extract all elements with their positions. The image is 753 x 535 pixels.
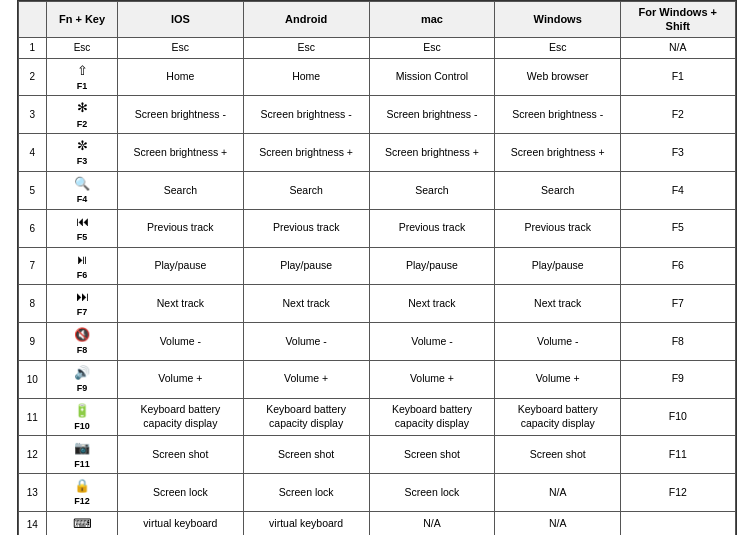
- row-number: 1: [18, 37, 47, 58]
- header-fn-key: Fn + Key: [47, 2, 118, 38]
- cell-ios: Volume +: [117, 360, 243, 398]
- row-number: 7: [18, 247, 47, 285]
- cell-mac: N/A: [369, 511, 495, 535]
- cell-ios: Esc: [117, 37, 243, 58]
- cell-mac: Previous track: [369, 209, 495, 247]
- cell-windows: Screen brightness +: [495, 134, 621, 172]
- header-num: [18, 2, 47, 38]
- cell-android: Volume -: [243, 323, 369, 361]
- cell-ios: Screen lock: [117, 474, 243, 512]
- fn-icon: 📷: [51, 439, 113, 457]
- cell-android: Screen brightness -: [243, 96, 369, 134]
- cell-mac: Mission Control: [369, 58, 495, 96]
- cell-mac: Next track: [369, 285, 495, 323]
- fn-label: F9: [51, 382, 113, 395]
- cell-android: Keyboard battery capacity display: [243, 398, 369, 436]
- header-windows: Windows: [495, 2, 621, 38]
- table-row: 7⏯F6Play/pausePlay/pausePlay/pausePlay/p…: [18, 247, 735, 285]
- header-shift: For Windows + Shift: [621, 2, 735, 38]
- fn-label: F2: [51, 118, 113, 131]
- fn-key-cell: 🔊F9: [47, 360, 118, 398]
- keyboard-reference-table: Fn + Key IOS Android mac Windows For Win…: [17, 0, 737, 535]
- cell-shift: [621, 511, 735, 535]
- table-row: 10🔊F9Volume +Volume +Volume +Volume +F9: [18, 360, 735, 398]
- table-row: 13🔒F12Screen lockScreen lockScreen lockN…: [18, 474, 735, 512]
- cell-shift: F12: [621, 474, 735, 512]
- fn-label: F8: [51, 344, 113, 357]
- cell-ios: Screen brightness +: [117, 134, 243, 172]
- cell-mac: Screen shot: [369, 436, 495, 474]
- fn-key-cell: ⏯F6: [47, 247, 118, 285]
- fn-icon: 🔊: [51, 364, 113, 382]
- fn-label: F4: [51, 193, 113, 206]
- fn-icon: ✻: [51, 99, 113, 117]
- fn-key-cell: Esc: [47, 37, 118, 58]
- cell-ios: Play/pause: [117, 247, 243, 285]
- row-number: 2: [18, 58, 47, 96]
- cell-ios: Home: [117, 58, 243, 96]
- cell-windows: Keyboard battery capacity display: [495, 398, 621, 436]
- fn-key-cell: 🔋F10: [47, 398, 118, 436]
- cell-windows: Search: [495, 171, 621, 209]
- cell-shift: F2: [621, 96, 735, 134]
- table-row: 8⏭F7Next trackNext trackNext trackNext t…: [18, 285, 735, 323]
- fn-icon: ⌨: [51, 515, 113, 533]
- fn-label: F7: [51, 306, 113, 319]
- row-number: 11: [18, 398, 47, 436]
- cell-windows: Screen shot: [495, 436, 621, 474]
- row-number: 12: [18, 436, 47, 474]
- row-number: 9: [18, 323, 47, 361]
- fn-label: F3: [51, 155, 113, 168]
- cell-android: Search: [243, 171, 369, 209]
- cell-ios: Search: [117, 171, 243, 209]
- cell-android: Next track: [243, 285, 369, 323]
- cell-windows: N/A: [495, 474, 621, 512]
- cell-ios: Next track: [117, 285, 243, 323]
- cell-android: Screen lock: [243, 474, 369, 512]
- header-ios: IOS: [117, 2, 243, 38]
- fn-label: F5: [51, 231, 113, 244]
- fn-label: F11: [51, 458, 113, 471]
- cell-windows: Play/pause: [495, 247, 621, 285]
- cell-ios: Keyboard battery capacity display: [117, 398, 243, 436]
- row-number: 8: [18, 285, 47, 323]
- fn-key-cell: ⏮F5: [47, 209, 118, 247]
- fn-icon: ⏮: [51, 213, 113, 231]
- fn-icon: ⇧: [51, 62, 113, 80]
- cell-mac: Volume +: [369, 360, 495, 398]
- fn-icon: ✼: [51, 137, 113, 155]
- cell-mac: Keyboard battery capacity display: [369, 398, 495, 436]
- fn-label: F12: [51, 495, 113, 508]
- cell-ios: Screen shot: [117, 436, 243, 474]
- cell-shift: N/A: [621, 37, 735, 58]
- table-row: 14⌨virtual keyboardvirtual keyboardN/AN/…: [18, 511, 735, 535]
- fn-key-cell: 🔍F4: [47, 171, 118, 209]
- fn-key-cell: ✼F3: [47, 134, 118, 172]
- cell-shift: F9: [621, 360, 735, 398]
- cell-windows: Next track: [495, 285, 621, 323]
- fn-icon: 🔇: [51, 326, 113, 344]
- cell-windows: N/A: [495, 511, 621, 535]
- cell-ios: Previous track: [117, 209, 243, 247]
- cell-windows: Web browser: [495, 58, 621, 96]
- cell-android: Play/pause: [243, 247, 369, 285]
- cell-windows: Volume -: [495, 323, 621, 361]
- table-row: 4✼F3Screen brightness +Screen brightness…: [18, 134, 735, 172]
- cell-windows: Screen brightness -: [495, 96, 621, 134]
- fn-key-cell: 📷F11: [47, 436, 118, 474]
- table-row: 5🔍F4SearchSearchSearchSearchF4: [18, 171, 735, 209]
- table-row: 3✻F2Screen brightness -Screen brightness…: [18, 96, 735, 134]
- cell-windows: Previous track: [495, 209, 621, 247]
- row-number: 13: [18, 474, 47, 512]
- row-number: 14: [18, 511, 47, 535]
- cell-android: Home: [243, 58, 369, 96]
- cell-android: Volume +: [243, 360, 369, 398]
- cell-mac: Search: [369, 171, 495, 209]
- fn-key-cell: ⇧F1: [47, 58, 118, 96]
- table-row: 9🔇F8Volume -Volume -Volume -Volume -F8: [18, 323, 735, 361]
- table-row: 6⏮F5Previous trackPrevious trackPrevious…: [18, 209, 735, 247]
- header-android: Android: [243, 2, 369, 38]
- row-number: 4: [18, 134, 47, 172]
- fn-key-cell: ✻F2: [47, 96, 118, 134]
- cell-ios: Screen brightness -: [117, 96, 243, 134]
